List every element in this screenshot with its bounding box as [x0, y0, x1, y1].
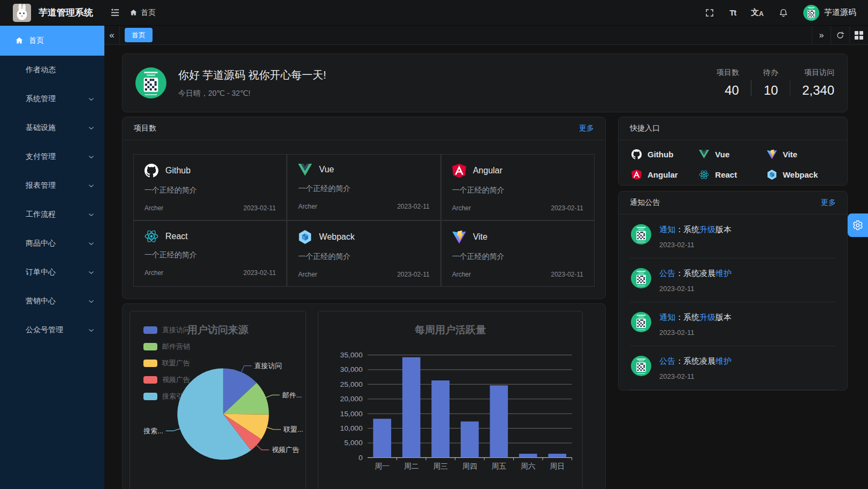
sidebar-item-10[interactable]: 公众号管理: [0, 316, 104, 345]
project-description: 一个正经的简介: [298, 184, 429, 194]
svg-text:周日: 周日: [550, 462, 565, 470]
sidebar-item-9[interactable]: 营销中心: [0, 287, 104, 316]
refresh-icon[interactable]: [831, 26, 849, 44]
fullscreen-icon[interactable]: [705, 8, 714, 18]
project-author: Archer: [298, 271, 317, 278]
github-icon: [144, 164, 158, 178]
sidebar-item-1[interactable]: 作者动态: [0, 56, 104, 85]
sidebar-item-4[interactable]: 支付管理: [0, 142, 104, 171]
project-card[interactable]: Github 一个正经的简介 Archer 2023-02-11: [133, 154, 287, 220]
project-date: 2023-02-11: [243, 269, 276, 277]
shortcut-item[interactable]: Vite: [767, 149, 834, 159]
project-card[interactable]: React 一个正经的简介 Archer 2023-02-11: [133, 220, 287, 287]
chevron-down-icon: [88, 211, 95, 218]
shortcut-item[interactable]: Angular: [631, 170, 699, 180]
sidebar-item-label: 作者动态: [26, 65, 56, 75]
stat-value: 10: [763, 83, 778, 98]
breadcrumb[interactable]: 首页: [130, 8, 156, 18]
svg-text:周五: 周五: [491, 462, 506, 470]
gear-icon: [852, 220, 863, 231]
sidebar-item-0[interactable]: 首页: [0, 26, 104, 56]
app-root: { "app": { "title": "芋道管理系统", "accent_co…: [0, 0, 868, 489]
projects-more-link[interactable]: 更多: [579, 124, 594, 133]
tabs-strip: 首页: [120, 26, 812, 44]
sidebar-item-7[interactable]: 商品中心: [0, 229, 104, 258]
notices-more-link[interactable]: 更多: [821, 198, 836, 208]
shortcut-label: Webpack: [783, 170, 818, 179]
chevron-down-icon: [88, 182, 95, 189]
notice-title: 公告：系统凌晨维护: [659, 269, 732, 279]
stat-divider: [790, 80, 790, 96]
svg-text:视频广告: 视频广告: [272, 446, 300, 454]
stat-item: 项目数 40: [717, 68, 739, 98]
shortcut-item[interactable]: React: [699, 170, 766, 180]
project-date: 2023-02-11: [551, 204, 584, 212]
top-header: 芋道管理系统 首页 Tt 文A 芋道源码: [0, 0, 868, 26]
translate-en-glyph: A: [759, 10, 764, 18]
project-name: Vite: [473, 232, 488, 242]
projects-panel-title: 项目数: [134, 124, 156, 133]
project-card[interactable]: Angular 一个正经的简介 Archer 2023-02-11: [441, 154, 595, 220]
project-name: Github: [165, 166, 191, 175]
vue-icon: [699, 150, 709, 159]
bell-icon[interactable]: [779, 8, 788, 18]
sidebar-item-3[interactable]: 基础设施: [0, 113, 104, 142]
project-card[interactable]: Vite 一个正经的简介 Archer 2023-02-11: [441, 220, 595, 287]
user-name: 芋道源码: [824, 7, 856, 18]
project-date: 2023-02-11: [397, 271, 430, 278]
project-author: Archer: [298, 203, 317, 210]
brand[interactable]: 芋道管理系统: [0, 4, 104, 22]
tabs-scroll-left-icon[interactable]: «: [104, 26, 120, 44]
stat-label: 项目数: [717, 68, 739, 78]
projects-grid: Github 一个正经的简介 Archer 2023-02-11 Vue 一个正…: [123, 140, 605, 299]
app-title: 芋道管理系统: [39, 6, 93, 19]
stat-label: 项目访问: [802, 68, 834, 78]
notice-item[interactable]: 公告：系统凌晨维护 2023-02-11: [630, 346, 836, 390]
sidebar-item-6[interactable]: 工作流程: [0, 200, 104, 229]
layout-grid-icon[interactable]: [849, 26, 868, 44]
project-card[interactable]: Vue 一个正经的简介 Archer 2023-02-11: [287, 154, 440, 220]
menu-fold-icon[interactable]: [110, 7, 120, 18]
project-author: Archer: [452, 204, 471, 212]
svg-text:联盟...: 联盟...: [283, 425, 303, 433]
sidebar-item-label: 基础设施: [26, 123, 56, 133]
chevron-down-icon: [88, 269, 95, 276]
chevron-down-icon: [88, 298, 95, 305]
main-content: 你好 芋道源码 祝你开心每一天! 今日晴，20℃ - 32℃! 项目数 40 待…: [104, 45, 868, 489]
sidebar-item-label: 商品中心: [26, 239, 56, 248]
svg-text:20,000: 20,000: [340, 395, 363, 403]
project-description: 一个正经的简介: [452, 252, 583, 262]
shortcuts-panel: 快捷入口 Github Vue Vite Angular React: [618, 117, 848, 186]
shortcut-item[interactable]: Webpack: [767, 170, 834, 180]
settings-button[interactable]: [848, 213, 868, 237]
tabs-scroll-right-icon[interactable]: »: [812, 26, 831, 44]
shortcut-item[interactable]: Github: [631, 149, 699, 159]
notice-title: 通知：系统升级版本: [659, 225, 732, 235]
shortcut-label: React: [715, 170, 737, 179]
project-description: 一个正经的简介: [452, 186, 583, 195]
notice-item[interactable]: 通知：系统升级版本 2023-02-11: [630, 302, 836, 346]
font-size-icon[interactable]: Tt: [729, 8, 736, 17]
sidebar-item-8[interactable]: 订单中心: [0, 258, 104, 287]
project-card[interactable]: Webpack 一个正经的简介 Archer 2023-02-11: [287, 220, 440, 287]
notice-qr-avatar: [631, 312, 651, 337]
user-menu[interactable]: 芋道源码: [803, 5, 856, 21]
svg-text:30,000: 30,000: [340, 366, 363, 374]
svg-text:搜索...: 搜索...: [143, 427, 163, 435]
sidebar-item-5[interactable]: 报表管理: [0, 171, 104, 200]
svg-text:邮件...: 邮件...: [283, 391, 302, 399]
vite-icon: [452, 230, 466, 244]
pie-chart-card: 用户访问来源 直接访问邮件营销联盟广告视频广告搜索引擎 直接访问邮件...联盟.…: [130, 311, 306, 489]
notice-item[interactable]: 公告：系统凌晨维护 2023-02-11: [630, 258, 836, 302]
sidebar-item-2[interactable]: 系统管理: [0, 85, 104, 113]
bar-chart: 05,00010,00015,00020,00025,00030,00035,0…: [318, 311, 582, 489]
project-author: Archer: [452, 271, 471, 278]
notice-date: 2023-02-11: [659, 285, 732, 293]
tab-home[interactable]: 首页: [125, 28, 153, 42]
svg-text:15,000: 15,000: [340, 410, 363, 418]
vue-icon: [298, 164, 312, 176]
sidebar-nav: 首页 作者动态 系统管理 基础设施 支付管理: [0, 26, 104, 489]
translate-icon[interactable]: 文A: [751, 7, 764, 18]
notice-item[interactable]: 通知：系统升级版本 2023-02-11: [630, 215, 836, 258]
shortcut-item[interactable]: Vue: [699, 149, 766, 159]
